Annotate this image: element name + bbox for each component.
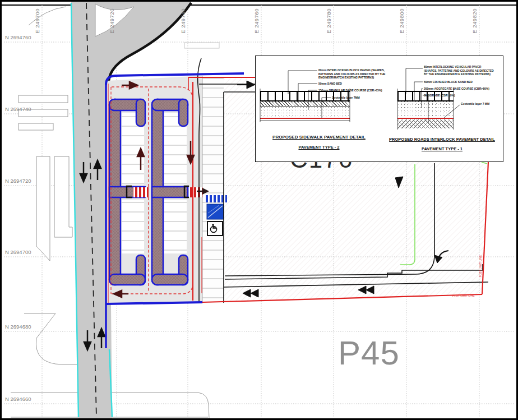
red-crosswalk-1 bbox=[133, 187, 149, 197]
accessible-parking-icon bbox=[207, 221, 223, 236]
callout-label: 200mm AGGREGATE BASE COURSE (CBR>80%) bbox=[424, 87, 494, 91]
callout-label: SUBGRADE (CBR 10%) bbox=[424, 94, 485, 98]
callout-label: Geotextile layer 7MM bbox=[332, 96, 388, 100]
parking-sign bbox=[207, 204, 224, 219]
grid-label-northing: N 2694660 bbox=[5, 396, 31, 402]
grid-label-easting: E 249820 bbox=[471, 8, 478, 34]
grid-label-easting: E 249800 bbox=[399, 8, 405, 34]
grid-label-northing: N 2694700 bbox=[5, 249, 31, 255]
red-crosswalk-2 bbox=[189, 187, 202, 197]
grid-label-northing: N 2694720 bbox=[5, 178, 31, 184]
sidewalk-detail-subtitle: PAVEMENT TYPE - 2 bbox=[260, 145, 378, 150]
plot-limit-line-label: PLOT LIMIT LINE bbox=[479, 255, 482, 278]
callout-label: 150mm GRANULAR BASE COURSE (CBR>65%) bbox=[318, 89, 391, 93]
roads-detail-title: PROPOSED ROADS INTERLOCK PAVEMENT DETAIL bbox=[385, 137, 499, 142]
drawing-canvas[interactable]: E 249700 E 249720 E 249740 E 249760 E 24… bbox=[0, 0, 518, 420]
grid-label-easting: E 249760 bbox=[253, 8, 260, 34]
grid-label-easting: E 249720 bbox=[109, 8, 115, 34]
grid-label-easting: E 249700 bbox=[34, 8, 40, 34]
grid-label-northing: N 2694740 bbox=[5, 106, 31, 112]
callout-label: Geotextile layer 7 MM bbox=[461, 102, 500, 106]
grid-label-easting: E 249740 bbox=[180, 8, 186, 34]
sidewalk-detail-title: PROPOSED SIDEWALK PAVEMENT DETAIL bbox=[260, 135, 378, 140]
plot-limit-line-label: PLOT LIMIT LINE bbox=[452, 293, 475, 297]
roads-detail-subtitle: PAVEMENT TYPE - 1 bbox=[385, 146, 499, 151]
plot-label: P45 bbox=[338, 334, 400, 372]
callout-label: 80mm INTERLOCKING VEHICULAR PAVER (SHAPE… bbox=[424, 65, 494, 76]
grid-label-easting: E 249780 bbox=[326, 8, 332, 34]
grid-label-northing: N 2694680 bbox=[5, 324, 31, 330]
callout-label: 50mm CRUSHED BLACK SAND BED bbox=[424, 80, 491, 84]
callout-label: 50mm SAND BED bbox=[318, 82, 386, 86]
callout-label: 60mm INTERLOCKING BLOCK PAVING (SHAPES, … bbox=[318, 68, 394, 80]
pavement-detail-panel: 60mm INTERLOCKING BLOCK PAVING (SHAPES, … bbox=[255, 56, 503, 162]
grid-label-northing: N 2694760 bbox=[5, 34, 31, 40]
